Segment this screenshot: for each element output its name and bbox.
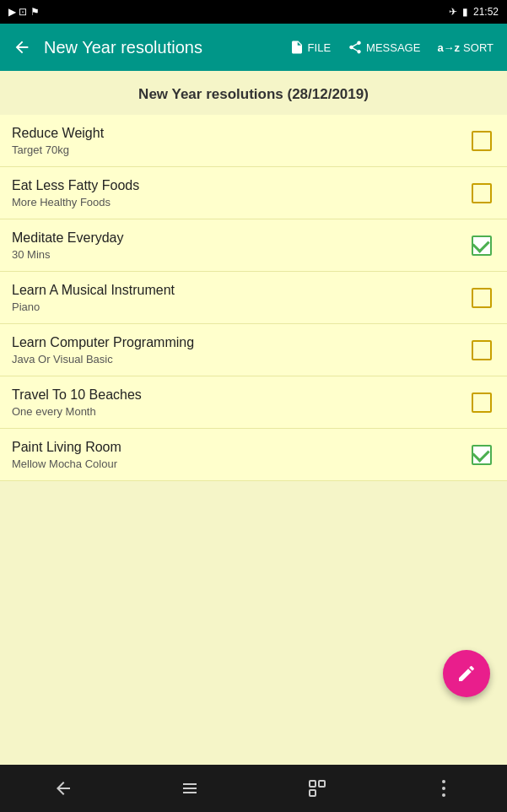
checkbox[interactable] — [468, 337, 495, 364]
svg-rect-0 — [310, 781, 316, 787]
list-item-text: Learn A Musical InstrumentPiano — [12, 282, 468, 314]
add-edit-fab[interactable] — [443, 650, 490, 697]
list-item-text: Travel To 10 BeachesOne every Month — [12, 387, 468, 419]
checkbox[interactable] — [468, 180, 495, 207]
list-item-text: Paint Living RoomMellow Mocha Colour — [12, 439, 468, 471]
list-item-title: Paint Living Room — [12, 439, 468, 457]
list-item-subtitle: More Healthy Foods — [12, 196, 468, 208]
status-bar-right: ✈ ▮ 21:52 — [449, 6, 499, 18]
battery-icon: ▮ — [462, 6, 468, 18]
list-item-text: Learn Computer ProgrammingJava Or Visual… — [12, 334, 468, 366]
message-button[interactable]: MESSAGE — [341, 35, 427, 60]
content-area: New Year resolutions (28/12/2019) Reduce… — [0, 71, 507, 765]
list-item-subtitle: Java Or Visual Basic — [12, 353, 468, 365]
checkbox-empty — [472, 288, 492, 308]
airplane-icon: ✈ — [449, 6, 457, 18]
notification-icons: ▶ ⊡ ⚑ — [8, 6, 40, 18]
checkbox[interactable] — [468, 389, 495, 416]
file-button[interactable]: FILE — [283, 35, 337, 60]
svg-point-3 — [442, 780, 445, 783]
list-item[interactable]: Paint Living RoomMellow Mocha Colour — [0, 429, 507, 481]
svg-point-5 — [442, 793, 445, 797]
checkbox[interactable] — [468, 284, 495, 311]
list-item-text: Meditate Everyday30 Mins — [12, 230, 468, 262]
items-list: Reduce WeightTarget 70kgEat Less Fatty F… — [0, 115, 507, 481]
list-item-subtitle: Piano — [12, 300, 468, 313]
bottom-nav — [0, 765, 507, 812]
time-display: 21:52 — [473, 6, 499, 18]
svg-point-4 — [442, 787, 445, 790]
list-item-subtitle: Target 70kg — [12, 143, 468, 156]
nav-home-button[interactable] — [165, 771, 215, 805]
back-button[interactable] — [7, 32, 37, 62]
file-label: FILE — [308, 41, 331, 54]
checkbox[interactable] — [468, 232, 495, 259]
status-bar: ▶ ⊡ ⚑ ✈ ▮ 21:52 — [0, 0, 507, 24]
list-item[interactable]: Meditate Everyday30 Mins — [0, 219, 507, 272]
main-content: New Year resolutions (28/12/2019) Reduce… — [0, 71, 507, 765]
sort-icon-text: a→z — [437, 41, 460, 54]
list-item-text: Reduce WeightTarget 70kg — [12, 125, 468, 157]
checkbox-empty — [472, 392, 492, 413]
list-item-title: Eat Less Fatty Foods — [12, 177, 468, 195]
svg-rect-2 — [310, 790, 316, 796]
sort-label: SORT — [463, 41, 494, 54]
list-item-title: Meditate Everyday — [12, 230, 468, 247]
checkbox-empty — [472, 131, 492, 151]
checkbox[interactable] — [468, 127, 495, 154]
list-item-title: Travel To 10 Beaches — [12, 387, 468, 404]
checkbox-checked — [472, 235, 492, 256]
app-bar-actions: FILE MESSAGE a→z SORT — [283, 35, 500, 60]
app-title: New Year resolutions — [44, 38, 276, 57]
app-bar: New Year resolutions FILE MESSAGE a→z SO… — [0, 24, 507, 71]
list-item[interactable]: Travel To 10 BeachesOne every Month — [0, 376, 507, 429]
list-item-text: Eat Less Fatty FoodsMore Healthy Foods — [12, 177, 468, 209]
list-item-subtitle: 30 Mins — [12, 248, 468, 261]
list-item[interactable]: Eat Less Fatty FoodsMore Healthy Foods — [0, 167, 507, 219]
status-bar-left: ▶ ⊡ ⚑ — [8, 6, 40, 18]
list-item[interactable]: Learn A Musical InstrumentPiano — [0, 272, 507, 324]
nav-back-button[interactable] — [38, 771, 89, 805]
checkbox-empty — [472, 183, 492, 203]
list-item-title: Learn Computer Programming — [12, 334, 468, 352]
list-item-title: Reduce Weight — [12, 125, 468, 143]
nav-recents-button[interactable] — [292, 771, 342, 805]
svg-rect-1 — [319, 781, 325, 787]
list-item-title: Learn A Musical Instrument — [12, 282, 468, 300]
nav-more-button[interactable] — [418, 771, 469, 805]
list-item[interactable]: Reduce WeightTarget 70kg — [0, 115, 507, 167]
checkbox-empty — [472, 340, 492, 360]
checkbox-checked — [472, 445, 492, 465]
message-label: MESSAGE — [366, 41, 420, 54]
fab-container — [443, 650, 490, 697]
sort-button[interactable]: a→z SORT — [430, 36, 500, 59]
checkbox[interactable] — [468, 441, 495, 468]
list-item[interactable]: Learn Computer ProgrammingJava Or Visual… — [0, 324, 507, 376]
list-item-subtitle: One every Month — [12, 405, 468, 418]
list-title: New Year resolutions (28/12/2019) — [0, 71, 507, 115]
list-item-subtitle: Mellow Mocha Colour — [12, 457, 468, 470]
